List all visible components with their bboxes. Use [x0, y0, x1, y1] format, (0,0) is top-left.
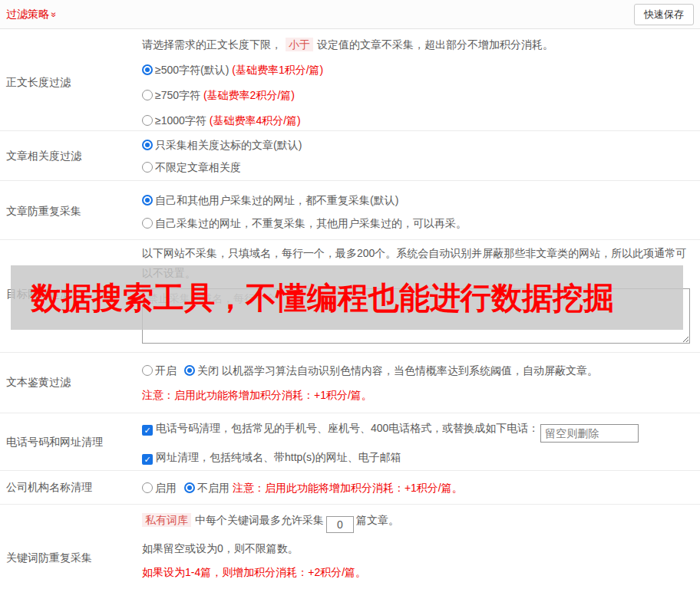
phone-cleanup-text: 电话号码清理，包括常见的手机号、座机号、400电话格式，或替换成如下电话： — [156, 422, 539, 434]
option-dedup-self-text: 自己采集过的网址，不重复采集，其他用户采集过的，可以再采。 — [155, 217, 467, 229]
keyword-limit-line: 私有词库中每个关键词最多允许采集篇文章。 — [142, 512, 691, 533]
radio-750-chars[interactable] — [142, 90, 153, 100]
option-1000-chars[interactable]: ≥1000字符 (基础费率4积分/篇) — [142, 113, 691, 128]
phone-url-content: ✓电话号码清理，包括常见的手机号、座机号、400电话格式，或替换成如下电话： ✓… — [142, 420, 700, 466]
radio-relevance-any[interactable] — [142, 162, 153, 173]
promo-banner-overlay: 数据搜索工具，不懂编程也能进行数据挖掘 — [11, 265, 683, 330]
row-relevance-filter: 文章相关度过滤 只采集相关度达标的文章(默认) 不限定文章相关度 — [0, 131, 700, 181]
option-1000-text: ≥1000字符 — [155, 114, 206, 127]
row-phone-url-cleanup: 电话号码和网址清理 ✓电话号码清理，包括常见的手机号、座机号、400电话格式，或… — [0, 413, 700, 471]
radio-dedup-all[interactable] — [142, 195, 153, 206]
keyword-dedup-label: 关键词防重复采集 — [0, 512, 142, 589]
option-500-chars[interactable]: ≥500字符(默认) (基础费率1积分/篇) — [142, 62, 691, 77]
radio-porn-on[interactable] — [142, 365, 153, 376]
relevance-label: 文章相关度过滤 — [0, 137, 142, 175]
company-cleanup-options: 启用不启用 注意：启用此功能将增加积分消耗：+1积分/篇。 — [142, 479, 691, 496]
dedup-options: 自己和其他用户采集过的网址，都不重复采集(默认) 自己采集过的网址，不重复采集，… — [142, 192, 700, 231]
content-length-options: 请选择需求的正文长度下限，小于设定值的文章不采集，超出部分不增加积分消耗。 ≥5… — [142, 37, 700, 128]
private-lexicon-tag: 私有词库 — [142, 513, 191, 527]
checkbox-url-cleanup[interactable]: ✓ — [142, 454, 153, 465]
dedup-label: 文章防重复采集 — [0, 192, 142, 231]
row-porn-filter: 文本鉴黄过滤 开启关闭 以机器学习算法自动识别色情内容，当色情概率达到系统阈值，… — [0, 353, 700, 413]
radio-porn-off[interactable] — [184, 365, 195, 376]
porn-filter-label: 文本鉴黄过滤 — [0, 363, 142, 403]
keyword-limit-before: 中每个关键词最多允许采集 — [195, 514, 324, 526]
filter-strategy-page: 过滤策略 » 快速保存 正文长度过滤 请选择需求的正文长度下限，小于设定值的文章… — [0, 0, 700, 589]
company-cleanup-label: 公司机构名称清理 — [0, 479, 142, 496]
option-750-chars[interactable]: ≥750字符 (基础费率2积分/篇) — [142, 87, 691, 103]
radio-company-on[interactable] — [142, 482, 153, 493]
company-on-text: 启用 — [155, 482, 177, 494]
keyword-note-fee: 如果设为1-4篇，则增加积分消耗：+2积分/篇。 — [142, 564, 691, 581]
url-cleanup-option: ✓网址清理，包括纯域名、带http(s)的网址、电子邮箱 — [142, 449, 691, 466]
radio-company-off[interactable] — [184, 482, 195, 493]
row-dedup-collection: 文章防重复采集 自己和其他用户采集过的网址，都不重复采集(默认) 自己采集过的网… — [0, 181, 700, 240]
option-500-fee-note: (基础费率1积分/篇) — [232, 64, 323, 76]
radio-500-chars[interactable] — [142, 64, 153, 75]
porn-off-text: 关闭 — [197, 364, 219, 377]
replacement-phone-input[interactable] — [540, 424, 639, 443]
radio-1000-chars[interactable] — [142, 115, 153, 126]
company-cleanup-content: 启用不启用 注意：启用此功能将增加积分消耗：+1积分/篇。 — [142, 479, 700, 496]
checkbox-phone-cleanup[interactable]: ✓ — [142, 425, 153, 436]
option-relevance-default-text: 只采集相关度达标的文章(默认) — [155, 139, 302, 151]
url-cleanup-text: 网址清理，包括纯域名、带http(s)的网址、电子邮箱 — [156, 451, 401, 463]
keyword-limit-after: 篇文章。 — [356, 514, 399, 526]
content-length-intro: 请选择需求的正文长度下限，小于设定值的文章不采集，超出部分不增加积分消耗。 — [142, 37, 691, 52]
option-750-text: ≥750字符 — [155, 89, 200, 101]
keyword-limit-input[interactable] — [326, 516, 354, 533]
porn-filter-content: 开启关闭 以机器学习算法自动识别色情内容，当色情概率达到系统阈值，自动屏蔽文章。… — [142, 363, 700, 403]
radio-relevance-default[interactable] — [142, 140, 153, 150]
intro-after: 设定值的文章不采集，超出部分不增加积分消耗。 — [317, 38, 553, 51]
keyword-dedup-content: 私有词库中每个关键词最多允许采集篇文章。 如果留空或设为0，则不限篇数。 如果设… — [142, 512, 700, 589]
company-cleanup-note: 注意：启用此功能将增加积分消耗：+1积分/篇。 — [233, 482, 463, 494]
porn-on-text: 开启 — [155, 364, 177, 377]
option-1000-fee-note: (基础费率4积分/篇) — [210, 114, 301, 127]
porn-filter-options: 开启关闭 以机器学习算法自动识别色情内容，当色情概率达到系统阈值，自动屏蔽文章。 — [142, 363, 691, 378]
quick-save-button[interactable]: 快速保存 — [634, 4, 694, 25]
content-length-label: 正文长度过滤 — [0, 37, 142, 128]
option-500-text: ≥500字符(默认) — [155, 64, 229, 76]
company-off-text: 不启用 — [197, 482, 229, 494]
porn-filter-desc: 以机器学习算法自动识别色情内容，当色情概率达到系统阈值，自动屏蔽文章。 — [222, 364, 598, 377]
radio-dedup-self[interactable] — [142, 218, 153, 229]
relevance-options: 只采集相关度达标的文章(默认) 不限定文章相关度 — [142, 137, 700, 175]
option-relevance-any-text: 不限定文章相关度 — [155, 161, 241, 173]
less-than-tag: 小于 — [286, 38, 313, 51]
row-keyword-dedup: 关键词防重复采集 私有词库中每个关键词最多允许采集篇文章。 如果留空或设为0，则… — [0, 505, 700, 589]
phone-cleanup-option: ✓电话号码清理，包括常见的手机号、座机号、400电话格式，或替换成如下电话： — [142, 420, 691, 443]
page-title[interactable]: 过滤策略 » — [6, 8, 57, 21]
promo-banner-text: 数据搜索工具，不懂编程也能进行数据挖掘 — [11, 277, 614, 319]
porn-filter-note: 注意：启用此功能将增加积分消耗：+1积分/篇。 — [142, 387, 691, 403]
intro-before: 请选择需求的正文长度下限， — [142, 38, 282, 51]
phone-url-label: 电话号码和网址清理 — [0, 420, 142, 466]
page-title-text: 过滤策略 — [6, 8, 49, 21]
page-header: 过滤策略 » 快速保存 — [0, 0, 700, 29]
option-dedup-self[interactable]: 自己采集过的网址，不重复采集，其他用户采集过的，可以再采。 — [142, 216, 691, 231]
option-dedup-all[interactable]: 自己和其他用户采集过的网址，都不重复采集(默认) — [142, 192, 691, 208]
option-dedup-all-text: 自己和其他用户采集过的网址，都不重复采集(默认) — [155, 194, 398, 206]
row-company-cleanup: 公司机构名称清理 启用不启用 注意：启用此功能将增加积分消耗：+1积分/篇。 — [0, 471, 700, 505]
option-750-fee-note: (基础费率2积分/篇) — [203, 89, 295, 101]
chevron-down-icon: » — [49, 12, 58, 17]
keyword-note-unlimited: 如果留空或设为0，则不限篇数。 — [142, 540, 691, 557]
option-relevance-default[interactable]: 只采集相关度达标的文章(默认) — [142, 137, 691, 153]
row-content-length-filter: 正文长度过滤 请选择需求的正文长度下限，小于设定值的文章不采集，超出部分不增加积… — [0, 29, 700, 131]
option-relevance-any[interactable]: 不限定文章相关度 — [142, 160, 691, 175]
